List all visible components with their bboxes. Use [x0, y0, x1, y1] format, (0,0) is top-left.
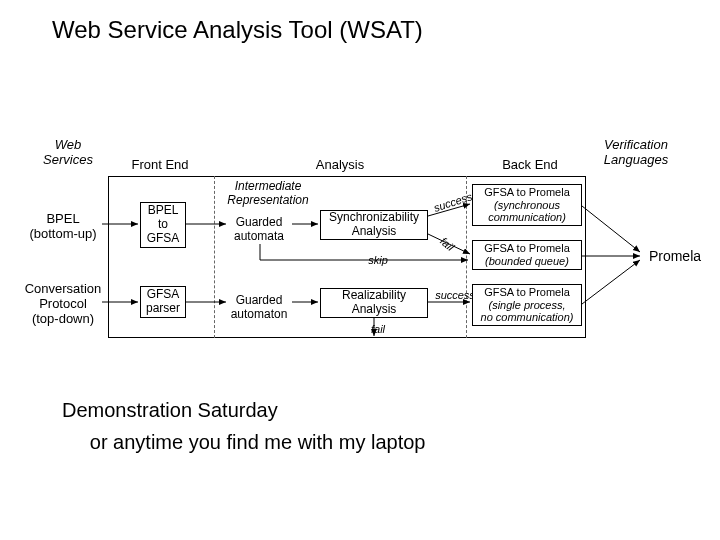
right-label-promela: Promela: [640, 248, 710, 264]
box-synchronizability: SynchronizabilityAnalysis: [320, 210, 428, 240]
box-bpel-to-gfsa: BPELtoGFSA: [140, 202, 186, 248]
box-promela-single-text: GFSA to Promela(single process,no commun…: [481, 286, 574, 324]
box-gfsa-parser: GFSAparser: [140, 286, 186, 318]
box-realizability: RealizabilityAnalysis: [320, 288, 428, 318]
header-back-end: Back End: [490, 158, 570, 173]
header-web-services: WebServices: [30, 138, 106, 168]
label-skip: skip: [358, 254, 398, 267]
box-promela-bounded-text: GFSA to Promela(bounded queue): [484, 242, 570, 267]
header-analysis: Analysis: [300, 158, 380, 173]
left-label-conversation: ConversationProtocol(top-down): [18, 282, 108, 327]
header-front-end: Front End: [120, 158, 200, 173]
footer-text: Demonstration Saturday or anytime you fi…: [62, 394, 426, 458]
left-label-bpel: BPEL(bottom-up): [18, 212, 108, 242]
box-promela-single: GFSA to Promela(single process,no commun…: [472, 284, 582, 326]
guarded-automaton: Guardedautomaton: [224, 294, 294, 322]
label-fail-2: fail: [358, 323, 398, 336]
guarded-automata: Guardedautomata: [224, 216, 294, 244]
box-promela-sync-text: GFSA to Promela(synchronouscommunication…: [484, 186, 570, 224]
svg-line-10: [582, 206, 640, 252]
intermediate-heading: IntermediateRepresentation: [218, 180, 318, 208]
header-verification-languages: VerificationLanguages: [586, 138, 686, 168]
divider-1: [214, 176, 215, 338]
box-promela-bounded: GFSA to Promela(bounded queue): [472, 240, 582, 270]
svg-line-12: [582, 260, 640, 304]
page-title: Web Service Analysis Tool (WSAT): [52, 16, 423, 44]
box-promela-sync: GFSA to Promela(synchronouscommunication…: [472, 184, 582, 226]
